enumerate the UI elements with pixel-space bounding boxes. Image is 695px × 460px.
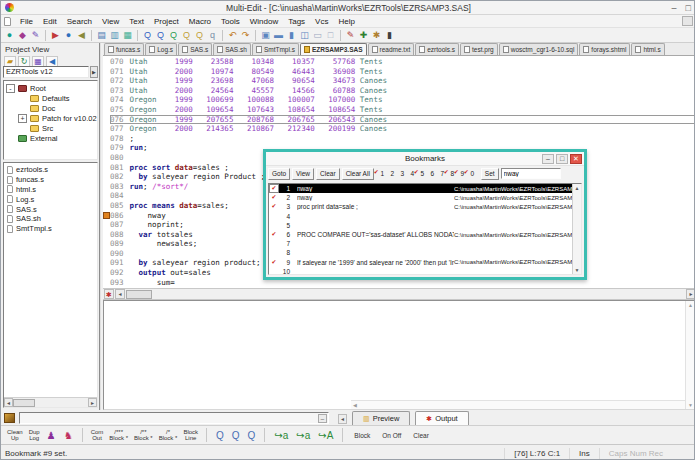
- view-button[interactable]: View: [292, 168, 314, 180]
- output-hscrollbar[interactable]: ◀: [351, 400, 685, 409]
- zoom-out-icon[interactable]: Q: [248, 430, 256, 441]
- editor-hscrollbar[interactable]: ✱ ◂ ▸: [103, 288, 695, 300]
- bookmark-digit-1[interactable]: ✔1: [378, 170, 387, 177]
- bookmark-row[interactable]: ✔1nwayC:\inuasha\MartinWorks\EZRTools\EZ…: [269, 184, 572, 193]
- vcs-icon[interactable]: ▮: [383, 29, 396, 41]
- maximize-button[interactable]: □: [686, 3, 691, 13]
- tab-log-s[interactable]: Log.s: [145, 43, 177, 55]
- project-selector-dropdown-icon[interactable]: ▶: [90, 66, 98, 78]
- dialog-close-button[interactable]: ✕: [570, 154, 582, 164]
- find-prev-icon[interactable]: Q: [167, 29, 180, 41]
- window-split-icon[interactable]: ◫: [298, 29, 311, 41]
- bookmark-row[interactable]: ✔2nwayC:\inuasha\MartinWorks\EZRTools\EZ…: [269, 193, 572, 202]
- menu-text[interactable]: Text: [124, 17, 149, 26]
- pin-icon[interactable]: ▶: [49, 29, 62, 41]
- clear-button[interactable]: Clear: [316, 168, 340, 180]
- notes-icon[interactable]: ✎: [344, 29, 357, 41]
- bookmark-row[interactable]: ✔6PROC COMPARE OUT='sas-dataset' ALLOBS …: [269, 230, 572, 239]
- file-item-log-s[interactable]: Log.s: [4, 194, 97, 204]
- menu-project[interactable]: Project: [149, 17, 184, 26]
- undo-icon[interactable]: ↶: [226, 29, 239, 41]
- bookmark-row[interactable]: 7: [269, 239, 572, 248]
- capitalize-icon[interactable]: ↪a: [296, 430, 310, 441]
- menu-tags[interactable]: Tags: [283, 17, 310, 26]
- bookmark-row[interactable]: 10: [269, 267, 572, 274]
- file-item-html-s[interactable]: html.s: [4, 185, 97, 195]
- copy-icon[interactable]: ▥: [108, 29, 121, 41]
- restore-button[interactable]: _: [318, 414, 327, 423]
- code-line[interactable]: 076Oregon 1999 207655 208768 206765 2065…: [110, 115, 695, 125]
- output-pane[interactable]: ▲▼ ◀: [103, 300, 695, 410]
- tab-ezrtools-s[interactable]: ezrtools.s: [415, 43, 459, 55]
- file-item-sas-sh[interactable]: SAS.sh: [4, 214, 97, 224]
- code-line[interactable]: 074Oregon 1999 100699 100088 100007 1070…: [110, 95, 695, 105]
- redo-icon[interactable]: ↷: [239, 29, 252, 41]
- block-comment-2-button[interactable]: /**Block *: [131, 429, 156, 442]
- block-line-button[interactable]: BlockLine: [180, 429, 201, 442]
- output-vscrollbar[interactable]: ▲▼: [685, 301, 695, 409]
- tags-icon[interactable]: ✱: [370, 29, 383, 41]
- menu-view[interactable]: View: [97, 17, 124, 26]
- menu-tools[interactable]: Tools: [216, 17, 245, 26]
- tree-item-doc[interactable]: Doc: [4, 103, 97, 113]
- tree-item-root[interactable]: -Root: [4, 83, 97, 93]
- tab-scroll-left-icon[interactable]: ◂: [338, 414, 347, 424]
- block-label[interactable]: Block: [354, 432, 370, 439]
- bookmark-digit-0[interactable]: ✔0: [468, 170, 477, 177]
- tab-readme-txt[interactable]: readme.txt: [368, 43, 415, 55]
- cut-icon[interactable]: ▤: [95, 29, 108, 41]
- file-item-smttmpl-s[interactable]: SmtTmpl.s: [4, 224, 97, 234]
- tree-item-defaults[interactable]: Defaults: [4, 93, 97, 103]
- window-cascade-icon[interactable]: ▣: [259, 29, 272, 41]
- zoom-icon[interactable]: Q: [216, 430, 224, 441]
- tab-sas-s[interactable]: SAS.s: [178, 43, 212, 55]
- set-button[interactable]: Set: [481, 168, 499, 180]
- bookmark-digit-5[interactable]: ✔5: [418, 170, 427, 177]
- tree-item-external[interactable]: External: [4, 133, 97, 143]
- scroll-thumb[interactable]: [126, 290, 152, 299]
- clear-label[interactable]: Clear: [413, 432, 429, 439]
- tab-output[interactable]: ✱Output: [415, 411, 468, 425]
- tab-test-prg[interactable]: test.prg: [460, 43, 498, 55]
- tab-preview[interactable]: ▥Preview: [352, 411, 410, 425]
- bookmarks-vscrollbar[interactable]: ▲▼: [572, 184, 581, 274]
- scroll-right-icon[interactable]: ▸: [88, 398, 97, 407]
- tab-forays-shtml[interactable]: forays.shtml: [579, 43, 630, 55]
- tree-item-src[interactable]: Src: [4, 123, 97, 133]
- tab-funcas-s[interactable]: funcas.s: [104, 43, 144, 55]
- block-comment-1-button[interactable]: /*Block *: [156, 429, 181, 442]
- clear-all-button[interactable]: Clear All: [342, 168, 374, 180]
- replace-icon[interactable]: Q: [180, 29, 193, 41]
- menu-macro[interactable]: Macro: [184, 17, 216, 26]
- file-item-funcas-s[interactable]: funcas.s: [4, 175, 97, 185]
- menu-edit[interactable]: Edit: [38, 17, 62, 26]
- find-icon[interactable]: Q: [141, 29, 154, 41]
- uppercase-icon[interactable]: ↪A: [318, 430, 333, 441]
- code-line[interactable]: 072Utah 1999 23698 47068 90654 34673 Can…: [110, 76, 695, 86]
- tab-html-s[interactable]: html.s: [631, 43, 664, 55]
- scroll-left-icon[interactable]: ◂: [115, 289, 125, 299]
- tab-sas-sh[interactable]: SAS.sh: [213, 43, 251, 55]
- scroll-down-icon[interactable]: ▼: [575, 267, 580, 273]
- bookmark-digit-3[interactable]: 3: [398, 170, 407, 177]
- replace-all-icon[interactable]: Q: [193, 29, 206, 41]
- menu-vcs[interactable]: Vcs: [310, 17, 333, 26]
- scroll-left-icon[interactable]: ◀: [353, 402, 357, 408]
- run-exit-icon[interactable]: ♞: [64, 430, 73, 441]
- search-files-icon[interactable]: q: [206, 29, 219, 41]
- lowercase-icon[interactable]: ↪a: [274, 430, 288, 441]
- tab-wosctm-cgr1-6-10-sql[interactable]: wosctm_cgr1-6-10.sql: [499, 43, 579, 55]
- block-comment-3-button[interactable]: /***Block *: [106, 429, 131, 442]
- bookmark-row[interactable]: 8: [269, 248, 572, 257]
- dialog-maximize-button[interactable]: □: [556, 154, 568, 164]
- expander-icon[interactable]: +: [18, 114, 27, 123]
- find-next-icon[interactable]: Q: [154, 29, 167, 41]
- tab-ezrsamp3-sas[interactable]: EZRSAMP3.SAS: [300, 43, 367, 55]
- menu-file[interactable]: File: [15, 17, 38, 26]
- goto-button[interactable]: Goto: [268, 168, 290, 180]
- menu-search[interactable]: Search: [62, 17, 97, 26]
- minimized-app-icon[interactable]: [4, 413, 15, 423]
- window-tile-h-icon[interactable]: ▬: [272, 29, 285, 41]
- compare-documents-icon[interactable]: ♟: [47, 430, 56, 441]
- new-file-icon[interactable]: ●: [3, 29, 16, 41]
